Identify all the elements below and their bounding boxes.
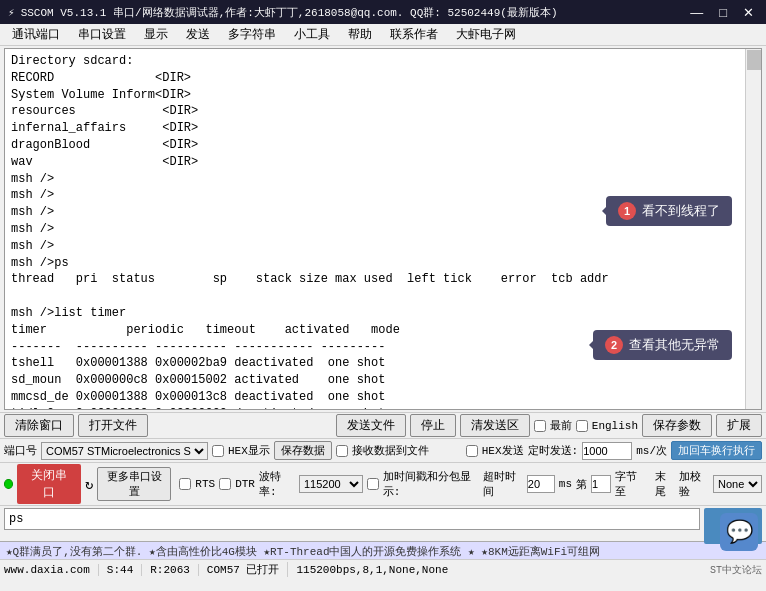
ticker-text: ★Q群满员了,没有第二个群. ★含由高性价比4G模块 ★RT-Thread中国人… [6,546,600,558]
checksum-select[interactable]: None [713,475,762,493]
dtr-checkbox[interactable] [219,478,231,490]
end-label: 末尾 [655,469,675,499]
add-crlf-button[interactable]: 加回车换行执行 [671,441,762,460]
tooltip-1-text: 看不到线程了 [642,202,720,220]
config-row: 端口号 COM57 STMicroelectronics S HEX显示 保存数… [0,438,766,462]
receive-to-file-label: 接收数据到文件 [352,443,429,458]
close-port-label: 关闭串口 [27,467,71,501]
app-icon: ⚡ [8,6,15,19]
r-status: R:2063 [150,564,199,576]
timed-interval-input[interactable] [582,442,632,460]
chat-icon[interactable]: 💬 [720,513,758,551]
tooltip-1-num: 1 [618,202,636,220]
tooltip-1: 1 看不到线程了 [606,196,732,226]
rts-label: RTS [195,478,215,490]
st-logo: ST中文论坛 [710,563,762,577]
checksum-label: 加校验 [679,469,709,499]
hex-send-checkbox[interactable] [466,445,478,457]
bottom-toolbar: 清除窗口 打开文件 发送文件 停止 清发送区 最前 English 保存参数 扩… [0,412,766,438]
page-input[interactable] [591,475,611,493]
timed-unit-label: ms/次 [636,443,667,458]
save-data-button[interactable]: 保存数据 [274,441,332,460]
menu-bar: 通讯端口 串口设置 显示 发送 多字符串 小工具 帮助 联系作者 大虾电子网 [0,24,766,46]
timeout-input[interactable] [527,475,555,493]
menu-send[interactable]: 发送 [178,24,218,45]
port-label: 端口号 [4,443,37,458]
port-status: COM57 已打开 [207,562,289,577]
control-row: 关闭串口 ↻ 更多串口设置 RTS DTR 波特率: 115200 加时间戳和分… [0,462,766,505]
s-status: S:44 [107,564,142,576]
tooltip-2: 2 查看其他无异常 [593,330,732,360]
ticker: ★Q群满员了,没有第二个群. ★含由高性价比4G模块 ★RT-Thread中国人… [0,541,766,559]
menu-serial-settings[interactable]: 串口设置 [70,24,134,45]
timestamp-label: 加时间戳和分包显示: [383,469,479,499]
stop-button[interactable]: 停止 [410,414,456,437]
english-checkbox[interactable] [576,420,588,432]
latest-label: 最前 [550,418,572,433]
timed-send-label: 定时发送: [528,443,579,458]
menu-display[interactable]: 显示 [136,24,176,45]
tooltip-2-num: 2 [605,336,623,354]
menu-help[interactable]: 帮助 [340,24,380,45]
timestamp-checkbox[interactable] [367,478,379,490]
expand-button[interactable]: 扩展 [716,414,762,437]
port-select[interactable]: COM57 STMicroelectronics S [41,442,208,460]
maximize-button[interactable]: □ [715,5,731,20]
clear-send-button[interactable]: 清发送区 [460,414,530,437]
send-file-button[interactable]: 发送文件 [336,414,406,437]
multi-port-button[interactable]: 更多串口设置 [97,467,171,501]
receive-to-file-checkbox[interactable] [336,445,348,457]
refresh-icon[interactable]: ↻ [85,476,93,493]
dtr-label: DTR [235,478,255,490]
hex-display-checkbox[interactable] [212,445,224,457]
save-params-button[interactable]: 保存参数 [642,414,712,437]
tooltip-2-text: 查看其他无异常 [629,336,720,354]
hex-send-label: HEX发送 [482,443,524,458]
menu-multistring[interactable]: 多字符串 [220,24,284,45]
byte-label: 字节 至 [615,469,651,499]
ms-label: ms [559,478,572,490]
latest-checkbox[interactable] [534,420,546,432]
baud-label: 波特率: [259,469,295,499]
menu-website[interactable]: 大虾电子网 [448,24,524,45]
close-port-button[interactable]: 关闭串口 [17,464,81,504]
baud-status: 115200bps,8,1,None,None [296,564,448,576]
title-bar: ⚡ SSCOM V5.13.1 串口/网络数据调试器,作者:大虾丁丁,26180… [0,0,766,24]
open-file-button[interactable]: 打开文件 [78,414,148,437]
menu-comm-port[interactable]: 通讯端口 [4,24,68,45]
menu-tools[interactable]: 小工具 [286,24,338,45]
hex-display-label: HEX显示 [228,443,270,458]
terminal-scrollbar[interactable] [745,49,761,409]
menu-contact[interactable]: 联系作者 [382,24,446,45]
led-indicator [4,479,13,489]
page-label: 第 [576,477,587,492]
rts-checkbox[interactable] [179,478,191,490]
timeout-label: 超时时间 [483,469,523,499]
close-button[interactable]: ✕ [739,5,758,20]
status-bar: www.daxia.com S:44 R:2063 COM57 已打开 1152… [0,559,766,579]
app-title: SSCOM V5.13.1 串口/网络数据调试器,作者:大虾丁丁,2618058… [21,5,558,20]
website-status: www.daxia.com [4,564,99,576]
english-label: English [592,420,638,432]
baud-select[interactable]: 115200 [299,475,363,493]
minimize-button[interactable]: — [686,5,707,20]
send-input[interactable] [4,508,700,530]
clear-window-button[interactable]: 清除窗口 [4,414,74,437]
